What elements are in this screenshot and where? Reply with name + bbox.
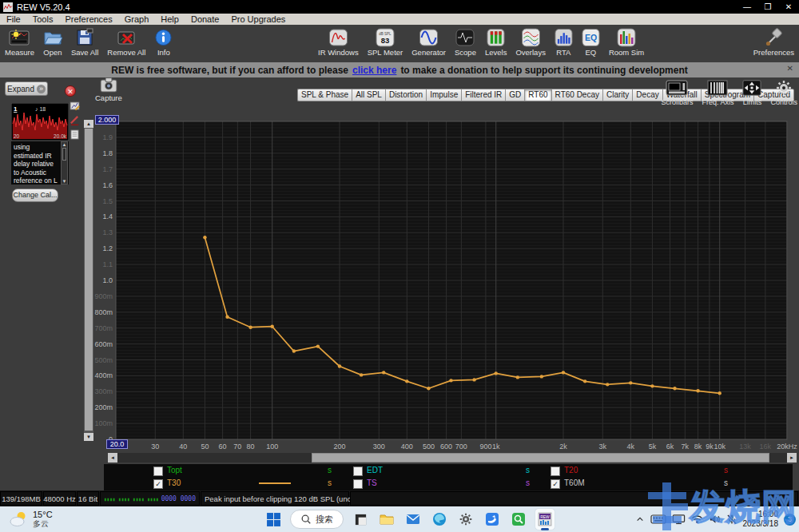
expand-button[interactable]: Expand » (5, 81, 48, 96)
toolbar-button-levels[interactable]: Levels (483, 26, 508, 58)
edit-graph-icon[interactable] (70, 101, 80, 111)
svg-text:20: 20 (14, 133, 20, 139)
peak-input-status: Peak input before clipping 120 dB SPL (u… (201, 491, 349, 506)
notes-icon[interactable] (70, 129, 80, 140)
svg-text:7k: 7k (682, 443, 690, 451)
x-axis-left-value-field[interactable]: 20.0 (106, 439, 128, 449)
graph-button-controls[interactable]: Controls (770, 79, 797, 106)
close-icon[interactable]: ✕ (778, 0, 799, 14)
svg-text:REW: REW (540, 514, 550, 519)
rt60-chart[interactable]: 1.91.81.71.61.51.41.31.21.11.0900m800m70… (84, 112, 799, 464)
graph-vertical-scrollbar[interactable]: ▲ ▼ (84, 120, 93, 441)
graph-button-scrollbars[interactable]: Scrollbars (661, 79, 693, 106)
magnifier-glyph (300, 514, 312, 525)
maximize-icon[interactable]: ❐ (757, 0, 778, 14)
legend-checkbox-ts[interactable] (353, 479, 363, 489)
tab-clarity[interactable]: Clarity (602, 89, 632, 101)
svg-text:1.1: 1.1 (102, 260, 113, 268)
toolbar-button-scope[interactable]: Scope (453, 26, 478, 58)
tab-all-spl[interactable]: All SPL (352, 89, 385, 101)
taskbar-app-explorer[interactable] (377, 509, 396, 530)
toolbar-button-measure[interactable]: Measure (3, 26, 36, 58)
toolbar-label-spl-meter: SPL Meter (368, 48, 403, 57)
tab-decay[interactable]: Decay (632, 89, 662, 101)
legend-checkbox-t30[interactable]: ✓ (153, 479, 163, 489)
menu-item-donate[interactable]: Donate (191, 14, 219, 24)
room-sim-icon (617, 28, 636, 47)
toolbar-button-eq[interactable]: EQEQ (580, 26, 602, 58)
volume-icon[interactable] (709, 514, 721, 525)
scroll-right-arrow-icon[interactable]: ► (787, 453, 797, 463)
search-box[interactable]: 搜索 (290, 510, 344, 529)
windows-start-icon (266, 512, 281, 527)
toolbar-button-rta[interactable]: RTA (553, 26, 574, 58)
svg-text:40: 40 (179, 443, 187, 451)
touch-keyboard-icon[interactable] (650, 514, 666, 525)
graph-horizontal-scrollbar[interactable]: ◄ ► (108, 453, 797, 463)
banner-close-icon[interactable]: ✕ (787, 64, 793, 73)
minimize-icon[interactable]: — (737, 0, 757, 14)
tab-distortion[interactable]: Distortion (385, 89, 426, 101)
tab-spl-phase[interactable]: SPL & Phase (297, 89, 352, 101)
monitor-icon[interactable] (672, 514, 686, 525)
toolbar-button-room-sim[interactable]: Room Sim (607, 26, 646, 58)
menu-item-pro-upgrades[interactable]: Pro Upgrades (231, 14, 285, 24)
toolbar-button-generator[interactable]: Generator (410, 26, 447, 58)
toolbar-button-open[interactable]: Open (42, 26, 64, 58)
legend-checkbox-topt[interactable] (153, 466, 163, 476)
menu-item-tools[interactable]: Tools (33, 14, 54, 24)
taskbar-weather-widget[interactable]: 15°C 多云 (8, 509, 53, 530)
change-cal-button[interactable]: Change Cal... (12, 189, 58, 202)
donation-link[interactable]: click here (352, 65, 396, 76)
legend-checkbox-t60m[interactable]: ✓ (551, 479, 560, 489)
graph-button-freq-axis[interactable]: Freq. Axis (702, 79, 733, 106)
taskbar-app-edge[interactable] (430, 509, 449, 530)
horizontal-scroll-thumb[interactable] (312, 453, 769, 463)
toolbar-button-info[interactable]: Info (153, 26, 174, 58)
notification-badge[interactable]: 3 (784, 514, 796, 526)
taskbar-app-photos[interactable] (351, 509, 370, 530)
pencil-icon[interactable] (70, 115, 80, 125)
legend-checkbox-edt[interactable] (353, 466, 363, 476)
svg-text:1.0: 1.0 (102, 276, 113, 284)
svg-text:83: 83 (381, 36, 390, 45)
menu-item-graph[interactable]: Graph (125, 14, 149, 24)
search-label: 搜索 (316, 514, 333, 526)
taskbar-app-dove[interactable] (483, 509, 502, 530)
tab-impulse[interactable]: Impulse (426, 89, 461, 101)
tab-gd[interactable]: GD (505, 89, 524, 101)
menu-item-help[interactable]: Help (161, 14, 179, 24)
menu-item-file[interactable]: File (6, 14, 21, 24)
tab-rt60-decay[interactable]: RT60 Decay (551, 89, 602, 101)
y-axis-top-value-field[interactable]: 2.000 (95, 115, 119, 125)
note-scrollbar[interactable]: ▲▼ (61, 141, 68, 185)
tab-rt60[interactable]: RT60 (524, 89, 551, 101)
measurement-thumbnail[interactable]: 1♪ 182020.0k (11, 103, 69, 141)
taskbar-clock[interactable]: 16:00 2023/3/18 (743, 510, 779, 529)
toolbar-button-preferences[interactable]: Preferences (752, 26, 796, 58)
measurement-close-button[interactable]: ✕ (65, 85, 76, 97)
levels-icon (487, 28, 505, 47)
taskbar-app-rew[interactable]: REW (535, 509, 555, 530)
taskbar-app-mail[interactable] (403, 509, 423, 530)
edge-icon (432, 512, 447, 526)
toolbar-button-remove-all[interactable]: Remove All (105, 26, 147, 58)
capture-button[interactable]: Capture (95, 77, 122, 102)
toolbar-button-spl-meter[interactable]: dB SPL83SPL Meter (366, 26, 405, 58)
taskbar-app-settings[interactable] (456, 509, 475, 530)
menu-item-preferences[interactable]: Preferences (65, 14, 112, 24)
tab-filtered-ir[interactable]: Filtered IR (461, 89, 505, 101)
graph-button-limits[interactable]: Limits (742, 79, 761, 106)
scroll-left-arrow-icon[interactable]: ◄ (108, 453, 117, 463)
toolbar-button-save-all[interactable]: Save All (70, 26, 100, 58)
toolbar-button-ir-windows[interactable]: IR Windows (316, 26, 360, 58)
tray-chevron-up-icon[interactable] (635, 515, 645, 523)
legend-checkbox-t20[interactable] (551, 466, 560, 476)
wifi-icon[interactable] (691, 514, 703, 524)
mic-muted-icon[interactable] (726, 514, 737, 525)
viewer-icon (511, 512, 526, 526)
taskbar-app-viewer[interactable] (509, 509, 528, 530)
toolbar-button-overlays[interactable]: Overlays (514, 26, 547, 58)
generator-icon (419, 28, 439, 47)
start-button[interactable] (264, 509, 283, 530)
